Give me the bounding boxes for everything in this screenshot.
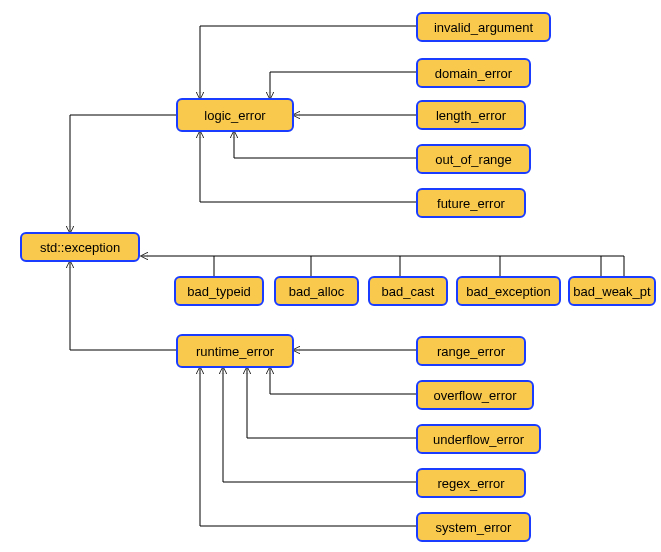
node-logic-error: logic_error xyxy=(176,98,294,132)
edge-domain_error xyxy=(270,72,416,98)
node-bad-exception: bad_exception xyxy=(456,276,561,306)
node-underflow-error: underflow_error xyxy=(416,424,541,454)
node-bad-cast: bad_cast xyxy=(368,276,448,306)
node-bad-typeid: bad_typeid xyxy=(174,276,264,306)
node-bad-weak-pt: bad_weak_pt xyxy=(568,276,656,306)
edge-underflow_error xyxy=(247,368,416,438)
edge-runtime-to-exception xyxy=(70,262,176,350)
edge-invalid_argument xyxy=(200,26,416,98)
node-range-error: range_error xyxy=(416,336,526,366)
edge-logic-to-exception xyxy=(70,115,176,232)
node-future-error: future_error xyxy=(416,188,526,218)
edge-future_error xyxy=(200,132,416,202)
edge-regex_error xyxy=(223,368,416,482)
node-runtime-error: runtime_error xyxy=(176,334,294,368)
edge-out_of_range xyxy=(234,132,416,158)
node-invalid-argument: invalid_argument xyxy=(416,12,551,42)
node-bad-alloc: bad_alloc xyxy=(274,276,359,306)
node-regex-error: regex_error xyxy=(416,468,526,498)
node-domain-error: domain_error xyxy=(416,58,531,88)
exception-hierarchy-diagram: std::exception logic_error runtime_error… xyxy=(0,0,661,552)
edge-system_error xyxy=(200,368,416,526)
edge-overflow_error xyxy=(270,368,416,394)
node-system-error: system_error xyxy=(416,512,531,542)
node-length-error: length_error xyxy=(416,100,526,130)
node-out-of-range: out_of_range xyxy=(416,144,531,174)
node-overflow-error: overflow_error xyxy=(416,380,534,410)
node-std-exception: std::exception xyxy=(20,232,140,262)
